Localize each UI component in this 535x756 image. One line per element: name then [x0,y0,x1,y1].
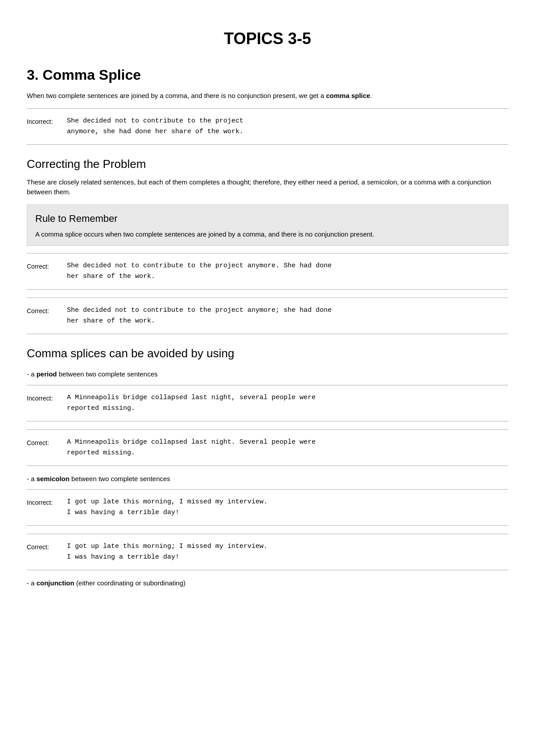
correct-example-period: Correct: She decided not to contribute t… [27,253,508,290]
correct-label-semicolon: Correct: [27,541,67,552]
bullet-conjunction-bold: conjunction [37,579,74,587]
correct-label-2: Correct: [27,305,67,316]
comma-splice-intro-text: When two complete sentences are joined b… [27,92,326,99]
bullet-semicolon: - a semicolon between two complete sente… [27,474,508,484]
comma-splice-heading: 3. Comma Splice [27,64,508,86]
comma-splice-intro: When two complete sentences are joined b… [27,91,508,101]
page-title: TOPICS 3-5 [27,27,508,51]
rule-text: A comma splice occurs when two complete … [35,229,500,240]
correct-code-1: She decided not to contribute to the pro… [67,261,332,282]
comma-splice-bold: comma splice [326,92,370,99]
bullet-period-bold: period [37,370,57,378]
incorrect-code-1: She decided not to contribute to the pro… [67,116,243,137]
rule-box: Rule to Remember A comma splice occurs w… [27,204,508,246]
incorrect-example-period: Incorrect: A Minneapolis bridge collapse… [27,385,508,421]
correct-code-period: A Minneapolis bridge collapsed last nigh… [67,437,316,458]
correcting-section: Correcting the Problem These are closely… [27,155,508,197]
comma-splice-intro-end: . [370,92,372,99]
correct-example-semicolon: Correct: She decided not to contribute t… [27,298,508,334]
correct-code-2: She decided not to contribute to the pro… [67,305,332,327]
incorrect-example-comma-splice: Incorrect: She decided not to contribute… [27,108,508,145]
incorrect-code-period: A Minneapolis bridge collapsed last nigh… [67,392,316,414]
incorrect-label-period: Incorrect: [27,392,67,403]
avoid-heading: Comma splices can be avoided by using [27,345,508,362]
correct-label-period: Correct: [27,437,67,448]
correct-label-1: Correct: [27,261,67,271]
bullet-conjunction: - a conjunction (either coordinating or … [27,578,508,588]
incorrect-label-1: Incorrect: [27,116,67,127]
avoid-section: Comma splices can be avoided by using [27,345,508,362]
correcting-heading: Correcting the Problem [27,155,508,173]
correct-example-semicolon-2: Correct: I got up late this morning; I m… [27,534,508,570]
incorrect-code-semicolon: I got up late this morning, I missed my … [67,497,268,518]
correct-code-semicolon: I got up late this morning; I missed my … [67,541,268,563]
bullet-period: - a period between two complete sentence… [27,369,508,380]
bullet-semicolon-bold: semicolon [37,475,70,482]
rule-title: Rule to Remember [35,211,500,226]
correcting-body: These are closely related sentences, but… [27,177,508,197]
correct-example-period-2: Correct: A Minneapolis bridge collapsed … [27,429,508,466]
incorrect-example-semicolon: Incorrect: I got up late this morning, I… [27,489,508,526]
incorrect-label-semicolon: Incorrect: [27,497,67,507]
